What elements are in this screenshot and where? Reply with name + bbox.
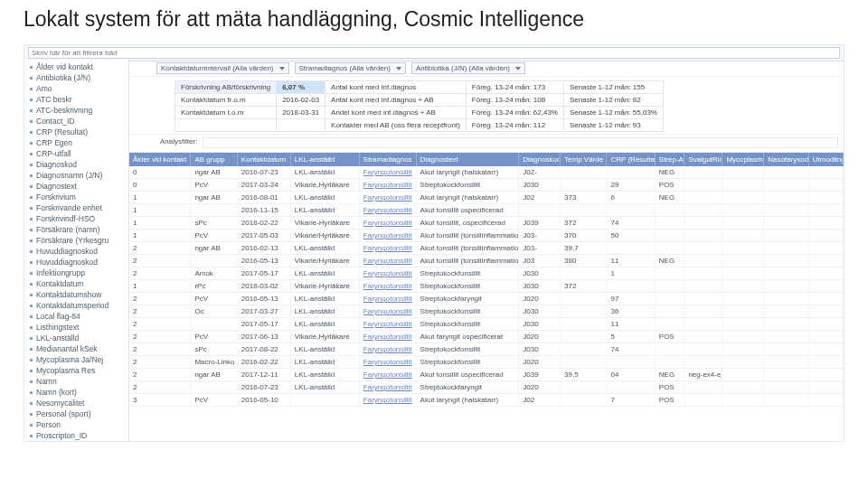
- tree-item[interactable]: Contact_ID: [30, 116, 125, 127]
- table-row[interactable]: 1rPc2018-03-02Vikarie-HyrläkareFaryngoto…: [129, 280, 844, 293]
- tree-item[interactable]: Försäkrare (namn): [30, 224, 125, 235]
- tree-item[interactable]: Nesomycalitet: [30, 398, 125, 408]
- diagnosis-link[interactable]: Faryngotonsillit: [363, 206, 412, 214]
- column-header[interactable]: SvalgutRing: [684, 153, 722, 166]
- tree-item[interactable]: Forskrivindf-HSO: [30, 213, 125, 224]
- tree-item[interactable]: Mycoplasma Ja/Nej: [30, 354, 125, 365]
- diagnosis-link[interactable]: Faryngotonsillit: [363, 244, 412, 252]
- column-header[interactable]: LKL-anställd: [291, 153, 360, 166]
- table-row[interactable]: 22016-07-23LKL-anställdFaryngotonsillitS…: [129, 381, 844, 394]
- table-row[interactable]: 0PcV2017-03-24Vikarie,HyrläkareFaryngoto…: [129, 179, 844, 192]
- table-cell: 2017-05-17: [238, 318, 291, 330]
- tree-item[interactable]: Namn (kort): [30, 387, 125, 398]
- column-header[interactable]: Diagnostext: [417, 153, 520, 166]
- tree-item[interactable]: Person: [30, 419, 125, 430]
- tree-item[interactable]: Antibiotika (J/N): [30, 72, 125, 83]
- table-cell: [809, 230, 844, 241]
- diagnosis-link[interactable]: Faryngotonsillit: [363, 231, 412, 239]
- column-header[interactable]: Ålder vid kontakt: [129, 153, 191, 166]
- tree-item[interactable]: Namn: [30, 376, 125, 387]
- diagnosis-link[interactable]: Faryngotonsillit: [363, 333, 412, 341]
- tree-item[interactable]: Huvuddiagnoskod: [30, 246, 125, 257]
- column-header[interactable]: Utmodling: [809, 153, 844, 166]
- table-row[interactable]: 1sPc2018-02-22Vikarie-HyrläkareFaryngoto…: [129, 217, 844, 230]
- column-header[interactable]: Stramadiagnos: [360, 153, 417, 166]
- table-row[interactable]: 2Amok2017-05-17LKL-anställdFaryngotonsil…: [129, 267, 844, 280]
- table-cell: POS: [656, 381, 685, 393]
- diagnosis-link[interactable]: Faryngotonsillit: [363, 193, 412, 202]
- tree-item[interactable]: Forskrivande enhet: [30, 202, 125, 213]
- diagnosis-link[interactable]: Faryngotonsillit: [363, 383, 412, 391]
- tree-item[interactable]: Infektiongrupp: [30, 267, 125, 278]
- tree-item[interactable]: Mycoplasma Res: [30, 365, 125, 376]
- table-row[interactable]: 2PcV2016-05-13LKL-anställdFaryngotonsill…: [129, 293, 844, 305]
- column-header[interactable]: Kontaktdatum: [238, 153, 291, 166]
- column-header[interactable]: CRP (Resultat): [607, 153, 655, 166]
- tree-item[interactable]: Diagnostext: [30, 181, 125, 192]
- column-header[interactable]: Mycoplasma: [722, 153, 764, 166]
- diagnosis-link[interactable]: Faryngotonsillit: [363, 345, 412, 353]
- diagnosis-link[interactable]: Faryngotonsillit: [363, 320, 412, 328]
- diagnosis-link[interactable]: Faryngotonsillit: [363, 358, 412, 366]
- diagnosis-link[interactable]: Faryngotonsillit: [363, 307, 412, 315]
- tree-item[interactable]: CRP (Resultat): [30, 127, 125, 137]
- diagnosis-link[interactable]: Faryngotonsillit: [363, 181, 412, 189]
- table-row[interactable]: 2Oc2017-03-27LKL-anställdFaryngotonsilli…: [129, 305, 844, 318]
- tree-item[interactable]: Personal (sport): [30, 408, 125, 419]
- tree-item[interactable]: ATC-beskrivning: [30, 105, 125, 116]
- tree-item[interactable]: Ålder vid kontakt: [30, 61, 125, 72]
- table-row[interactable]: 2sPc2017-08-22LKL-anställdFaryngotonsill…: [129, 343, 844, 356]
- table-cell: [656, 318, 685, 330]
- table-row[interactable]: 2ngar AB2017-12-11LKL-anställdFaryngoton…: [129, 369, 844, 381]
- column-header[interactable]: Temp Värde: [561, 153, 607, 166]
- tree-filter-input[interactable]: [28, 47, 840, 59]
- diagnosis-link[interactable]: Faryngotonsillit: [363, 257, 412, 265]
- column-header[interactable]: AB grupp: [191, 153, 237, 166]
- table-row[interactable]: 22017-05-17LKL-anställdFaryngotonsillitS…: [129, 318, 844, 331]
- column-header[interactable]: Strep-A utfall: [656, 153, 685, 166]
- tree-item[interactable]: Kontaktdatumshow: [30, 289, 125, 300]
- filter-dropdown[interactable]: Antibiotika (J/N) (Alla värden): [411, 62, 525, 74]
- table-row[interactable]: 1ngar AB2016-08-01LKL-anställdFaryngoton…: [129, 192, 844, 204]
- metrics-tree[interactable]: Ålder vid kontaktAntibiotika (J/N)AmoATC…: [24, 60, 129, 441]
- table-row[interactable]: 22016-05-13Vikarie/HyrläkareFaryngotonsi…: [129, 255, 844, 267]
- table-row[interactable]: 0ngar AB2016-07-23LKL-anställdFaryngoton…: [129, 166, 844, 179]
- tree-item[interactable]: Huvuddiagnoskod: [30, 257, 125, 267]
- diagnosis-link[interactable]: Faryngotonsillit: [363, 219, 412, 227]
- tree-item[interactable]: CRP Egen: [30, 137, 125, 148]
- tree-item[interactable]: Kontaktdatum: [30, 278, 125, 289]
- diagnosis-link[interactable]: Faryngotonsillit: [363, 295, 412, 303]
- tree-item[interactable]: LKL-anställd: [30, 333, 125, 343]
- column-header[interactable]: Nasofaryxodling: [764, 153, 809, 166]
- diagnosis-link[interactable]: Faryngotonsillit: [363, 269, 412, 277]
- tree-item[interactable]: Medianantal kSek: [30, 343, 125, 354]
- table-cell: [656, 343, 685, 355]
- tree-item[interactable]: Listhingstext: [30, 322, 125, 333]
- analysis-filter-box[interactable]: [203, 137, 838, 148]
- tree-item[interactable]: Amo: [30, 83, 125, 94]
- table-row[interactable]: 12016-11-15LKL-anställdFaryngotonsillitA…: [129, 204, 844, 217]
- tree-item[interactable]: Local flag-84: [30, 311, 125, 322]
- diagnosis-link[interactable]: Faryngotonsillit: [363, 282, 412, 290]
- diagnosis-link[interactable]: Faryngotonsillit: [363, 396, 412, 404]
- table-cell: [809, 242, 844, 254]
- table-row[interactable]: 2PcV2017-06-13Vikarie,HyrläkareFaryngoto…: [129, 331, 844, 343]
- tree-item[interactable]: Forskrivium: [30, 192, 125, 202]
- table-cell: 2017-12-11: [238, 369, 291, 380]
- filter-dropdown[interactable]: Stramadiagnos (Alla värden): [295, 62, 406, 74]
- tree-item[interactable]: Kontaktdatumsperiod: [30, 300, 125, 311]
- tree-item[interactable]: Diagnosnamn (J/N): [30, 170, 125, 181]
- diagnosis-link[interactable]: Faryngotonsillit: [363, 371, 412, 379]
- tree-item[interactable]: Diagnoskod: [30, 159, 125, 170]
- diagnosis-link[interactable]: Faryngotonsillit: [363, 168, 412, 176]
- table-row[interactable]: 3PcV2016-05-10FaryngotonsillitAkut laryn…: [129, 394, 844, 407]
- tree-item[interactable]: Försäkrare (Yrkesgru: [30, 235, 125, 246]
- table-row[interactable]: 2Macro-Linko2016-02-22LKL-anställdFaryng…: [129, 356, 844, 369]
- tree-item[interactable]: Proscripton_ID: [30, 430, 125, 441]
- table-row[interactable]: 2ngar AB2016-02-13LKL-anställdFaryngoton…: [129, 242, 844, 255]
- tree-item[interactable]: CRP-utfall: [30, 148, 125, 159]
- tree-item[interactable]: ATC beskr: [30, 94, 125, 105]
- filter-dropdown[interactable]: Kontaktdatumintervall (Alla värden): [156, 62, 289, 74]
- column-header[interactable]: Diagnoskod: [519, 153, 561, 166]
- table-row[interactable]: 1PcV2017-05-03Vikarie/HyrläkareFaryngoto…: [129, 230, 844, 242]
